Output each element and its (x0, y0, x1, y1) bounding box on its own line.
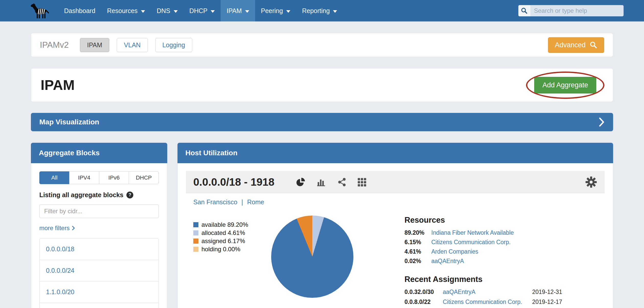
tab-vlan[interactable]: VLAN (117, 38, 148, 52)
location-link[interactable]: Rome (247, 198, 264, 206)
nav-label: Reporting (302, 7, 330, 15)
chevron-down-icon (286, 10, 290, 13)
search-icon (521, 7, 528, 14)
zebra-logo[interactable] (30, 3, 50, 19)
resource-link[interactable]: Citizens Communication Corp. (431, 239, 605, 246)
nav-label: DHCP (189, 7, 208, 15)
tab-logging[interactable]: Logging (155, 38, 192, 52)
map-visualization-label: Map Visualization (39, 118, 99, 126)
search-button[interactable] (518, 5, 530, 16)
add-aggregate-button[interactable]: Add Aggregate (534, 77, 596, 93)
pie-chart-icon[interactable] (296, 177, 305, 187)
app-root: Dashboard Resources DNS DHCP IPAM Peerin… (0, 0, 644, 308)
pie-legend: available 89.20% allocated 4.61% assigne… (193, 221, 257, 305)
assignment-link[interactable]: aaQAEntryA (443, 289, 532, 295)
nav-item-dns[interactable]: DNS (151, 0, 184, 21)
resources-heading: Resources (404, 216, 605, 225)
view-mode-icons (296, 177, 366, 187)
legend-item: holding 0.00% (193, 245, 257, 253)
tab-ipam[interactable]: IPAM (80, 38, 109, 52)
nav-item-dhcp[interactable]: DHCP (184, 0, 221, 21)
host-utilization-title: Host Utilization (185, 149, 237, 157)
filter-tab-ipv4[interactable]: IPV4 (69, 171, 99, 184)
help-icon[interactable] (126, 192, 133, 198)
bar-chart-icon[interactable] (316, 177, 326, 187)
share-icon[interactable] (337, 177, 347, 187)
resource-percent: 6.15% (404, 239, 431, 246)
legend-label: assigned 6.17% (201, 237, 245, 245)
cidr-filter-input[interactable] (39, 204, 159, 218)
grid-icon[interactable] (358, 178, 366, 186)
top-navbar: Dashboard Resources DNS DHCP IPAM Peerin… (0, 0, 644, 21)
nav-item-peering[interactable]: Peering (255, 0, 296, 21)
legend-swatch (193, 247, 198, 252)
utilization-strip: 0.0.0.0/18 - 1918 (186, 171, 605, 193)
aggregate-blocks-panel: Aggregate Blocks All IPV4 IPv6 DHCP List… (31, 143, 167, 308)
legend-item: allocated 4.61% (193, 229, 257, 237)
zebra-icon (30, 3, 50, 19)
aggregate-filter-tabs: All IPV4 IPv6 DHCP (39, 171, 159, 184)
settings-button[interactable] (585, 176, 597, 188)
map-visualization-bar[interactable]: Map Visualization (31, 113, 613, 131)
advanced-label: Advanced (555, 41, 586, 49)
more-filters-label: more filters (39, 224, 70, 232)
nav-label: Peering (261, 7, 283, 15)
chevron-down-icon (333, 10, 337, 13)
nav-item-ipam[interactable]: IPAM (221, 0, 255, 21)
filter-tab-dhcp[interactable]: DHCP (129, 171, 159, 184)
nav-item-resources[interactable]: Resources (101, 0, 151, 21)
nav-label: DNS (157, 7, 170, 15)
resource-percent: 0.02% (404, 258, 431, 265)
legend-label: available 89.20% (201, 221, 248, 229)
aggregate-blocks-body: All IPV4 IPv6 DHCP Listing all aggregate… (31, 163, 167, 308)
aggregate-block-link[interactable]: 0.0.0.0/24 (40, 260, 159, 281)
search-icon (590, 41, 597, 49)
location-links: San Franscisco | Rome (193, 198, 605, 206)
assignment-link[interactable]: Citizens Communication Corp. (443, 299, 532, 305)
block-subject: 0.0.0.0/18 - 1918 (193, 176, 275, 188)
assignment-cidr: 0.0.8.0/22 (404, 299, 443, 305)
legend-label: allocated 4.61% (201, 229, 245, 237)
resource-link[interactable]: Indiana Fiber Network Available (431, 229, 605, 236)
location-link[interactable]: San Franscisco (193, 198, 237, 206)
filter-tab-all[interactable]: All (39, 171, 69, 184)
search-input[interactable] (530, 5, 624, 16)
legend-swatch (193, 230, 198, 235)
utilization-pie-chart (271, 216, 353, 298)
chevron-down-icon (141, 10, 145, 13)
advanced-search-button[interactable]: Advanced (548, 37, 604, 53)
host-utilization-header: Host Utilization (177, 143, 613, 163)
utilization-chart-row: available 89.20% allocated 4.61% assigne… (186, 216, 605, 305)
nav-item-dashboard[interactable]: Dashboard (58, 0, 101, 21)
global-search (518, 5, 624, 16)
host-utilization-panel: Host Utilization 0.0.0.0/18 - 1918 (177, 143, 613, 308)
legend-swatch (193, 239, 198, 244)
resources-column: Resources 89.20%Indiana Fiber Network Av… (404, 216, 605, 305)
chevron-right-icon (599, 117, 605, 127)
ipam-page-header: IPAM Add Aggregate (31, 68, 613, 102)
resource-link[interactable]: aaQAEntryA (431, 258, 605, 265)
separator: | (241, 198, 243, 206)
more-filters-link[interactable]: more filters (39, 224, 159, 232)
ipamv2-toolbar: IPAMv2 IPAM VLAN Logging Advanced (31, 33, 613, 57)
nav-item-reporting[interactable]: Reporting (296, 0, 343, 21)
aggregate-blocks-header: Aggregate Blocks (31, 143, 167, 163)
filter-tab-ipv6[interactable]: IPv6 (99, 171, 129, 184)
legend-item: assigned 6.17% (193, 237, 257, 245)
aggregate-block-link[interactable]: 1.1.0.0/20 (40, 281, 159, 303)
nav-label: Resources (107, 7, 138, 15)
listing-label-text: Listing all aggregate blocks (39, 191, 123, 199)
aggregate-block-link[interactable]: 0.0.0.0/18 (40, 239, 159, 260)
recent-assignments-heading: Recent Assignments (404, 275, 605, 284)
nav-label: IPAM (226, 7, 242, 15)
gear-icon (585, 176, 597, 188)
legend-swatch (193, 222, 198, 227)
toolbar-title: IPAMv2 (40, 40, 69, 50)
recent-assignments-list: 0.0.32.0/30aaQAEntryA2019-12-31 0.0.8.0/… (404, 289, 605, 305)
page-content: IPAMv2 IPAM VLAN Logging Advanced IPAM A… (0, 21, 644, 308)
legend-label: holding 0.00% (201, 245, 240, 253)
add-aggregate-wrap: Add Aggregate (534, 77, 596, 93)
chevron-down-icon (245, 10, 249, 13)
chevron-down-icon (211, 10, 215, 13)
resource-link[interactable]: Arden Companies (431, 248, 605, 255)
